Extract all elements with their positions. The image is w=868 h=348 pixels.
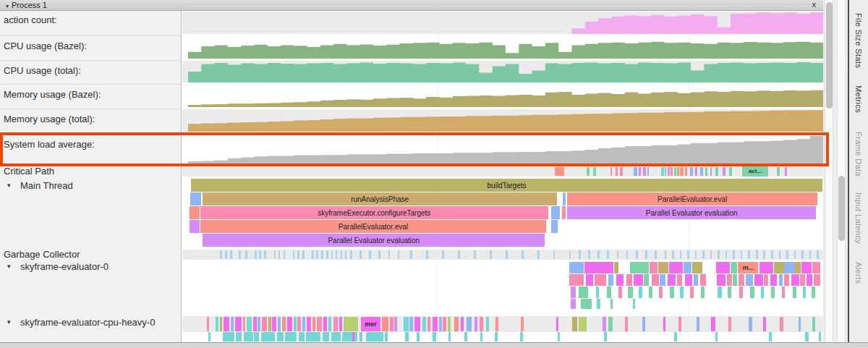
trace-slice[interactable]	[814, 274, 820, 286]
trace-slice-mer[interactable]: mer	[361, 317, 380, 331]
trace-slice[interactable]	[819, 332, 822, 341]
trace-slice[interactable]	[658, 262, 668, 273]
trace-tick[interactable]	[779, 250, 781, 259]
trace-slice[interactable]	[231, 317, 234, 331]
trace-slice-parallelevaluator-eval[interactable]: ParallelEvaluator.eval	[567, 192, 817, 205]
trace-slice[interactable]	[366, 332, 384, 341]
trace-slice[interactable]	[812, 262, 820, 273]
trace-slice[interactable]	[328, 317, 331, 331]
trace-tick[interactable]	[398, 250, 400, 259]
trace-tick[interactable]	[341, 250, 343, 259]
trace-tick[interactable]	[665, 167, 667, 176]
trace-slice[interactable]	[780, 317, 783, 331]
trace-slice[interactable]	[268, 317, 271, 331]
trace-tick[interactable]	[636, 250, 638, 259]
trace-tick[interactable]	[687, 250, 689, 259]
trace-tick[interactable]	[756, 250, 758, 259]
trace-slice[interactable]	[235, 317, 242, 331]
trace-slice[interactable]	[770, 274, 777, 286]
trace-slice[interactable]	[769, 332, 772, 341]
trace-tick[interactable]	[700, 167, 703, 176]
trace-tick[interactable]	[733, 250, 735, 259]
trace-slice[interactable]	[261, 332, 275, 341]
counter-chart-action-count[interactable]	[182, 12, 823, 34]
trace-slice[interactable]	[717, 274, 725, 286]
trace-slice[interactable]	[433, 317, 438, 331]
trace-slice[interactable]	[660, 274, 665, 286]
trace-slice[interactable]	[628, 287, 633, 298]
trace-tick[interactable]	[710, 167, 712, 176]
counter-chart-cpu-total[interactable]	[182, 61, 823, 82]
trace-slice[interactable]	[422, 317, 426, 331]
trace-slice-m-[interactable]: m...	[738, 262, 758, 273]
trace-slice[interactable]	[551, 220, 558, 233]
trace-tick[interactable]	[587, 167, 590, 176]
trace-tick[interactable]	[674, 167, 677, 176]
close-icon[interactable]: x	[812, 0, 817, 9]
trace-tick[interactable]	[297, 250, 299, 259]
trace-slice[interactable]	[779, 274, 783, 286]
trace-chip[interactable]: act...	[742, 166, 769, 177]
trace-slice[interactable]	[297, 317, 301, 331]
trace-slice-parallelevaluator-eval[interactable]: ParallelEvaluator.eval	[200, 220, 547, 233]
trace-slice[interactable]	[339, 317, 342, 331]
trace-slice[interactable]	[784, 274, 790, 286]
trace-tick[interactable]	[588, 250, 590, 259]
trace-slice[interactable]	[690, 287, 694, 298]
tab-input-latency[interactable]: Input Latency	[854, 192, 863, 244]
trace-tick[interactable]	[715, 167, 718, 176]
trace-slice[interactable]	[294, 317, 297, 331]
trace-slice[interactable]	[317, 317, 322, 331]
trace-tick[interactable]	[777, 167, 780, 176]
trace-slice[interactable]	[803, 287, 806, 298]
trace-slice[interactable]	[749, 317, 752, 331]
trace-slice[interactable]	[571, 287, 576, 298]
trace-slice[interactable]	[190, 192, 201, 205]
trace-slice[interactable]	[739, 274, 744, 286]
trace-slice[interactable]	[287, 317, 292, 331]
trace-slice[interactable]	[634, 274, 642, 286]
trace-slice[interactable]	[812, 287, 815, 298]
trace-tick[interactable]	[655, 250, 657, 259]
main-thread-track[interactable]: buildTargetsrunAnalysisPhaseParallelEval…	[188, 179, 823, 247]
trace-slice[interactable]	[299, 332, 305, 341]
critical-path-track[interactable]: act...	[182, 166, 823, 177]
trace-slice[interactable]	[701, 287, 704, 298]
trace-tick[interactable]	[569, 250, 571, 259]
trace-slice[interactable]	[763, 317, 766, 331]
trace-tick[interactable]	[639, 167, 641, 176]
trace-tick[interactable]	[255, 250, 257, 259]
trace-slice[interactable]	[390, 317, 393, 331]
trace-slice[interactable]	[572, 317, 577, 331]
trace-slice[interactable]	[782, 287, 785, 298]
trace-slice[interactable]	[754, 274, 762, 286]
trace-tick[interactable]	[537, 250, 540, 259]
vertical-scrollbar-thumb[interactable]	[838, 176, 845, 241]
trace-tick[interactable]	[671, 167, 673, 176]
trace-slice[interactable]	[718, 287, 721, 298]
trace-slice[interactable]	[439, 317, 442, 331]
trace-tick[interactable]	[718, 250, 720, 259]
trace-slice[interactable]	[443, 317, 446, 331]
trace-tick[interactable]	[634, 167, 637, 176]
counter-chart-mem-bazel[interactable]	[182, 85, 823, 107]
trace-slice[interactable]	[649, 287, 652, 298]
trace-slice[interactable]	[642, 317, 645, 331]
trace-slice[interactable]	[692, 262, 702, 273]
trace-slice[interactable]	[694, 274, 698, 286]
trace-slice[interactable]	[597, 299, 600, 309]
trace-slice[interactable]	[801, 262, 812, 273]
trace-slice[interactable]	[475, 317, 477, 331]
trace-slice[interactable]	[760, 262, 773, 273]
trace-slice-skyframeexecutor-configuretargets[interactable]: skyframeExecutor.configureTargets	[200, 206, 548, 219]
trace-slice[interactable]	[394, 317, 397, 331]
trace-tick[interactable]	[801, 250, 804, 259]
collapse-arrow-icon[interactable]: ▾	[7, 263, 11, 270]
trace-tick[interactable]	[359, 250, 362, 259]
trace-slice-parallel-evaluator-evaluation[interactable]: Parallel Evaluator evaluation	[203, 234, 545, 247]
trace-tick[interactable]	[220, 250, 222, 259]
trace-slice[interactable]	[812, 317, 815, 331]
trace-tick[interactable]	[668, 167, 671, 176]
trace-slice[interactable]	[480, 317, 483, 331]
trace-slice[interactable]	[224, 317, 229, 331]
